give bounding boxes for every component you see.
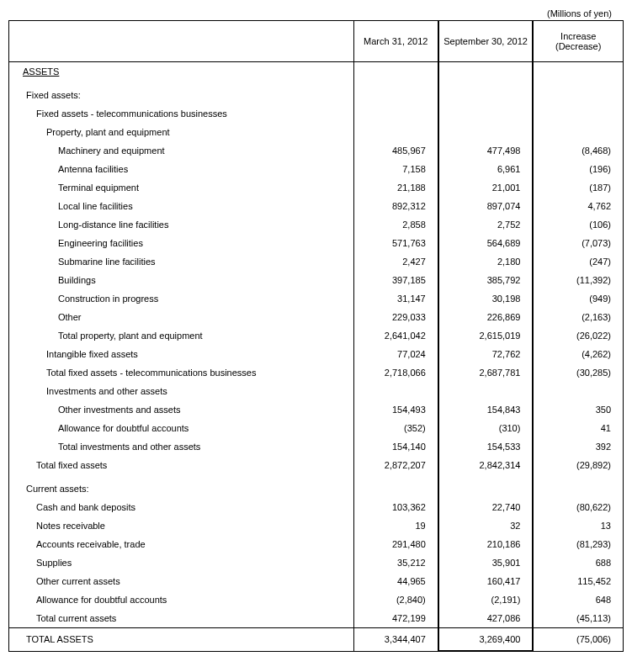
cell: 19 (353, 516, 438, 535)
cell: (2,840) (353, 590, 438, 609)
cell: 226,869 (438, 308, 534, 326)
row-current-assets: Current assets: (9, 479, 624, 498)
label: Fixed assets - telecommunications busine… (9, 104, 354, 123)
table-header: March 31, 2012 September 30, 2012 Increa… (9, 21, 624, 62)
cell: 427,086 (438, 609, 534, 628)
cell: 41 (533, 419, 623, 437)
cell: (2,163) (533, 308, 623, 326)
cell: 22,740 (438, 498, 534, 516)
cell: 392 (533, 437, 623, 456)
label: Allowance for doubtful accounts (9, 590, 354, 609)
label: Terminal equipment (9, 178, 354, 197)
row-total-assets: TOTAL ASSETS 3,344,407 3,269,400 (75,006… (9, 628, 624, 652)
cell: 6,961 (438, 160, 534, 178)
cell: 30,198 (438, 289, 534, 308)
cell: 688 (533, 553, 623, 572)
cell: (30,285) (533, 363, 623, 382)
cell: 35,901 (438, 553, 534, 572)
table-row: Intangible fixed assets 77,024 72,762 (4… (9, 345, 624, 363)
cell: (4,262) (533, 345, 623, 363)
table-row: Local line facilities 892,312 897,074 4,… (9, 197, 624, 215)
cell: 35,212 (353, 553, 438, 572)
cell: 72,762 (438, 345, 534, 363)
cell: 2,872,207 (353, 456, 438, 474)
row-fa-telecom: Fixed assets - telecommunications busine… (9, 104, 624, 123)
table-row: Terminal equipment 21,188 21,001 (187) (9, 178, 624, 197)
row-ppe: Property, plant and equipment (9, 123, 624, 141)
cell: (29,892) (533, 456, 623, 474)
cell: (80,622) (533, 498, 623, 516)
cell: 350 (533, 400, 623, 419)
table-row: Accounts receivable, trade 291,480 210,1… (9, 535, 624, 553)
label: Allowance for doubtful accounts (9, 419, 354, 437)
cell: 2,427 (353, 252, 438, 271)
label: Supplies (9, 553, 354, 572)
label: Engineering facilities (9, 234, 354, 252)
header-col3: Increase (Decrease) (533, 21, 623, 62)
label: Buildings (9, 271, 354, 289)
header-col3-l2: (Decrease) (555, 41, 601, 51)
header-col3-l1: Increase (560, 31, 596, 41)
label: Investments and other assets (9, 382, 354, 400)
cell: (196) (533, 160, 623, 178)
table-row: Machinery and equipment 485,967 477,498 … (9, 141, 624, 160)
table-row: Allowance for doubtful accounts (2,840) … (9, 590, 624, 609)
cell: 154,140 (353, 437, 438, 456)
table-row: Long-distance line facilities 2,858 2,75… (9, 215, 624, 234)
cell: (106) (533, 215, 623, 234)
cell: 154,533 (438, 437, 534, 456)
cell: (7,073) (533, 234, 623, 252)
table-row: Cash and bank deposits 103,362 22,740 (8… (9, 498, 624, 516)
balance-sheet-table: March 31, 2012 September 30, 2012 Increa… (8, 20, 624, 652)
table-row: Notes receivable 19 32 13 (9, 516, 624, 535)
cell: (949) (533, 289, 623, 308)
label: Fixed assets: (9, 86, 354, 104)
cell: 44,965 (353, 572, 438, 590)
table-row: Other investments and assets 154,493 154… (9, 400, 624, 419)
cell: 2,718,066 (353, 363, 438, 382)
table-row: Construction in progress 31,147 30,198 (… (9, 289, 624, 308)
table-row: Total fixed assets 2,872,207 2,842,314 (… (9, 456, 624, 474)
label: Total investments and other assets (9, 437, 354, 456)
cell: 154,493 (353, 400, 438, 419)
cell: 229,033 (353, 308, 438, 326)
label: Long-distance line facilities (9, 215, 354, 234)
cell: 397,185 (353, 271, 438, 289)
cell: 21,001 (438, 178, 534, 197)
label: Total fixed assets (9, 456, 354, 474)
unit-label: (Millions of yen) (8, 8, 624, 19)
label: Intangible fixed assets (9, 345, 354, 363)
cell: 477,498 (438, 141, 534, 160)
label: Other current assets (9, 572, 354, 590)
cell: 210,186 (438, 535, 534, 553)
cell: 13 (533, 516, 623, 535)
row-fixed-assets: Fixed assets: (9, 86, 624, 104)
label: Current assets: (9, 479, 354, 498)
cell: 3,344,407 (353, 628, 438, 652)
cell: 648 (533, 590, 623, 609)
cell: 2,615,019 (438, 326, 534, 345)
table-row: Allowance for doubtful accounts (352) (3… (9, 419, 624, 437)
table-row: Antenna facilities 7,158 6,961 (196) (9, 160, 624, 178)
cell: 2,842,314 (438, 456, 534, 474)
label: TOTAL ASSETS (9, 628, 354, 652)
label: Total property, plant and equipment (9, 326, 354, 345)
row-inv-other: Investments and other assets (9, 382, 624, 400)
cell: 897,074 (438, 197, 534, 215)
label: Other (9, 308, 354, 326)
cell: 2,752 (438, 215, 534, 234)
cell: 571,763 (353, 234, 438, 252)
table-row: Other current assets 44,965 160,417 115,… (9, 572, 624, 590)
cell: (2,191) (438, 590, 534, 609)
label: Antenna facilities (9, 160, 354, 178)
cell: 77,024 (353, 345, 438, 363)
cell: (26,022) (533, 326, 623, 345)
table-row: Engineering facilities 571,763 564,689 (… (9, 234, 624, 252)
label: Submarine line facilities (9, 252, 354, 271)
table-row: Buildings 397,185 385,792 (11,392) (9, 271, 624, 289)
label: Property, plant and equipment (9, 123, 354, 141)
cell: 31,147 (353, 289, 438, 308)
cell: 3,269,400 (438, 628, 534, 652)
cell: 564,689 (438, 234, 534, 252)
cell: 115,452 (533, 572, 623, 590)
